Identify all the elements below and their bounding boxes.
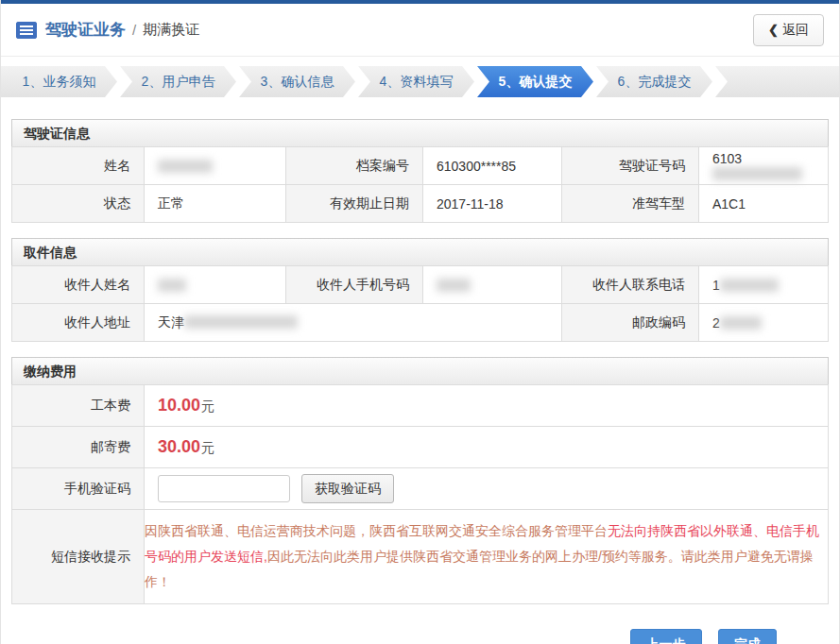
list-icon	[16, 22, 37, 39]
page-header: 驾驶证业务 / 期满换证 ❮返回	[1, 4, 839, 57]
redacted-blur	[158, 160, 213, 173]
vehicle-type-label: 准驾车型	[562, 185, 699, 223]
recipient-address-label: 收件人地址	[12, 304, 145, 342]
finish-button[interactable]: 完成	[718, 629, 777, 644]
chevron-left-icon: ❮	[768, 23, 779, 37]
redacted-blur	[720, 316, 762, 330]
postcode-value: 2	[699, 304, 829, 342]
page-subtitle: 期满换证	[143, 21, 199, 39]
back-button-label: 返回	[782, 22, 809, 37]
table-row: 姓名 档案编号 610300****85 驾驶证号码 6103	[12, 147, 829, 185]
recipient-address-value: 天津	[145, 304, 562, 342]
step-5-confirm-submit: 5、确认提交	[477, 66, 593, 97]
name-value	[145, 147, 286, 185]
pickup-info-section: 取件信息 收件人姓名 收件人手机号码 收件人联系电话 1 收件人地址 天津 邮政…	[11, 238, 829, 342]
recipient-name-label: 收件人姓名	[12, 266, 145, 304]
redacted-blur	[184, 315, 298, 329]
step-3-confirm-info: 3、确认信息	[239, 66, 355, 97]
step-wizard: 1、业务须知 2、用户申告 3、确认信息 4、资料填写 5、确认提交 6、完成提…	[1, 66, 839, 97]
title-separator: /	[132, 22, 136, 38]
step-4-fill-materials: 4、资料填写	[358, 66, 474, 97]
table-row: 状态 正常 有效期止日期 2017-11-18 准驾车型 A1C1	[12, 185, 829, 223]
footer-actions: 上一步 完成	[1, 629, 839, 644]
vehicle-type-value: A1C1	[699, 185, 829, 223]
mailing-fee-value: 30.00元	[145, 427, 829, 468]
license-info-table: 姓名 档案编号 610300****85 驾驶证号码 6103 状态 正常 有效…	[11, 146, 829, 223]
license-info-title: 驾驶证信息	[11, 119, 829, 147]
page-title: 驾驶证业务	[45, 19, 126, 41]
redacted-blur	[158, 279, 186, 292]
sms-notice-label: 短信接收提示	[12, 510, 145, 604]
fees-title: 缴纳费用	[11, 357, 829, 385]
license-no-label: 驾驶证号码	[562, 147, 699, 185]
table-row: 收件人地址 天津 邮政编码 2	[12, 304, 829, 342]
recipient-phone-label: 收件人联系电话	[562, 266, 699, 304]
expiry-value: 2017-11-18	[423, 185, 562, 223]
captcha-input[interactable]	[158, 475, 290, 502]
name-label: 姓名	[12, 147, 145, 185]
recipient-mobile-value	[423, 266, 562, 304]
file-no-label: 档案编号	[286, 147, 423, 185]
postcode-label: 邮政编码	[562, 304, 699, 342]
table-row: 邮寄费 30.00元	[12, 427, 829, 468]
captcha-cell: 获取验证码	[145, 468, 829, 510]
previous-step-button[interactable]: 上一步	[630, 629, 702, 644]
page: 驾驶证业务 / 期满换证 ❮返回 1、业务须知 2、用户申告 3、确认信息 4、…	[0, 0, 840, 644]
step-6-complete-submit: 6、完成提交	[596, 66, 712, 97]
redacted-blur	[720, 279, 779, 292]
get-captcha-button[interactable]: 获取验证码	[301, 474, 394, 503]
license-info-section: 驾驶证信息 姓名 档案编号 610300****85 驾驶证号码 6103 状态…	[11, 119, 829, 223]
redacted-blur	[437, 279, 471, 292]
table-row: 工本费 10.00元	[12, 385, 829, 427]
step-1-business-notice: 1、业务须知	[1, 66, 117, 97]
redacted-blur	[712, 167, 802, 180]
captcha-label: 手机验证码	[12, 468, 145, 510]
back-button[interactable]: ❮返回	[753, 14, 824, 46]
table-row: 手机验证码 获取验证码	[12, 468, 829, 510]
recipient-mobile-label: 收件人手机号码	[286, 266, 423, 304]
status-label: 状态	[12, 185, 145, 223]
license-no-value: 6103	[699, 147, 829, 185]
production-fee-label: 工本费	[12, 385, 145, 427]
production-fee-value: 10.00元	[145, 385, 829, 427]
table-row: 收件人姓名 收件人手机号码 收件人联系电话 1	[12, 266, 829, 304]
step-bar-filler	[715, 66, 839, 97]
recipient-name-value	[145, 266, 286, 304]
expiry-label: 有效期止日期	[286, 185, 423, 223]
recipient-phone-value: 1	[699, 266, 829, 304]
table-row: 短信接收提示 因陕西省联通、电信运营商技术问题，陕西省互联网交通安全综合服务管理…	[12, 510, 829, 604]
mailing-fee-label: 邮寄费	[12, 427, 145, 468]
step-2-user-declaration: 2、用户申告	[120, 66, 236, 97]
file-no-value: 610300****85	[423, 147, 562, 185]
pickup-info-title: 取件信息	[11, 238, 829, 266]
fees-section: 缴纳费用 工本费 10.00元 邮寄费 30.00元 手机验证码 获取验证码 短…	[11, 357, 829, 604]
sms-notice-text: 因陕西省联通、电信运营商技术问题，陕西省互联网交通安全综合服务管理平台无法向持陕…	[145, 510, 829, 604]
status-value: 正常	[145, 185, 286, 223]
pickup-info-table: 收件人姓名 收件人手机号码 收件人联系电话 1 收件人地址 天津 邮政编码 2	[11, 265, 829, 342]
fees-table: 工本费 10.00元 邮寄费 30.00元 手机验证码 获取验证码 短信接收提示…	[11, 384, 829, 604]
